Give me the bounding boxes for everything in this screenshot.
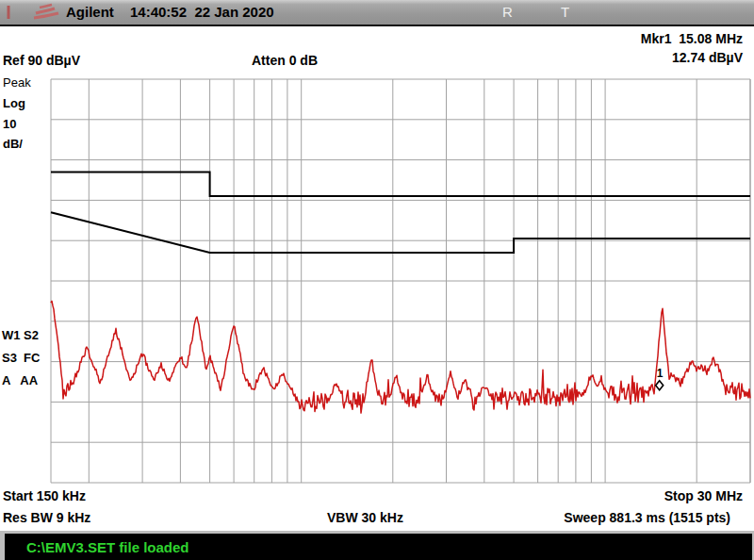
analyzer-screen: { "header": { "brand": "Agilent", "times…: [0, 0, 754, 560]
status-bar: C:\EMV3.SET file loaded: [0, 531, 754, 560]
marker-diamond-icon: [656, 381, 664, 390]
remote-indicator: R: [502, 4, 513, 20]
trace-status-row3: A AA: [2, 373, 38, 387]
sweep-label: Sweep 881.3 ms (1515 pts): [531, 510, 730, 525]
trace1-peak-detector-polyline: [51, 301, 750, 413]
spectrum-plot: 1: [0, 0, 754, 560]
datetime-label: 14:40:52 22 Jan 2020: [130, 4, 274, 20]
marker-freq-readout: Mkr1 15.08 MHz: [554, 31, 743, 46]
quasi-peak-limit-line: [51, 172, 750, 196]
res-bw-label: Res BW 9 kHz: [3, 510, 90, 525]
vbw-label: VBW 30 kHz: [327, 510, 403, 525]
brand-label: Agilent: [66, 4, 114, 20]
trace-status-row1: W1 S2: [2, 328, 39, 342]
graticule-grid: [51, 79, 750, 483]
agilent-spark-icon: [6, 3, 62, 22]
scale-value-label: 10: [3, 117, 16, 131]
atten-label: Atten 0 dB: [252, 53, 318, 68]
ref-level-label: Ref 90 dBµV: [3, 53, 80, 68]
start-freq-label: Start 150 kHz: [3, 488, 86, 503]
marker-level-readout: 12.74 dBµV: [554, 50, 743, 65]
scale-unit-label: dB/: [3, 137, 23, 151]
header-bar: Agilent 14:40:52 22 Jan 2020 R T: [0, 0, 754, 26]
stop-freq-label: Stop 30 MHz: [554, 488, 743, 503]
trace-status-row2: S3 FC: [2, 351, 40, 365]
talker-indicator: T: [561, 4, 569, 20]
marker-number-label: 1: [657, 367, 664, 380]
scale-type-label: Log: [3, 96, 25, 110]
average-limit-line: [51, 212, 750, 253]
status-message: C:\EMV3.SET file loaded: [26, 539, 189, 555]
detector-label: Peak: [3, 75, 31, 90]
